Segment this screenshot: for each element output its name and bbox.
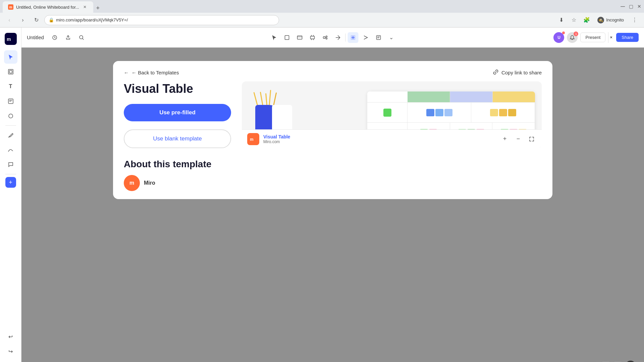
browser-titlebar: m Untitled, Online Whiteboard for... ✕ +… [0,0,644,13]
user-avatar[interactable]: U [553,32,564,43]
miro-top-bar: Untitled [21,27,644,48]
svg-rect-11 [311,36,315,39]
notification-count: 1 [574,32,578,36]
sticky-blue-1 [426,109,434,116]
topbar-tool9[interactable] [373,32,384,43]
reload-btn[interactable]: ↻ [31,15,42,25]
topbar-tool2[interactable] [282,32,292,43]
toolbar-comment-tool[interactable] [4,158,17,171]
forward-btn[interactable]: › [17,15,28,25]
present-btn[interactable]: Present [580,33,605,42]
back-to-templates-btn[interactable]: ← ← Back to Templates [124,70,179,75]
topbar-tool1[interactable] [269,32,280,43]
notifications-btn[interactable]: 1 [567,32,578,43]
copy-link-label: Copy link to share [501,70,542,75]
deco-illustration [249,88,285,129]
toolbar-select-tool[interactable] [4,50,17,64]
topbar-tool8[interactable] [361,32,371,43]
share-btn[interactable]: Share [616,33,639,42]
zoom-out-preview-btn[interactable]: − [514,134,523,144]
sticky-yellow-1 [490,109,498,116]
topbar-history-icon[interactable] [49,32,60,43]
sticky-blue-3 [444,109,452,116]
td-cell-2-3 [492,123,535,129]
topbar-more-tools[interactable]: ⌄ [386,32,397,43]
preview-info: Visual Table Miro.com [263,134,496,144]
maximize-btn[interactable]: ▢ [629,4,633,9]
toolbar-frames-tool[interactable] [4,65,17,78]
browser-chrome: m Untitled, Online Whiteboard for... ✕ +… [0,0,644,27]
modal-header: ← ← Back to Templates Copy link to share [113,61,552,81]
page-content: m T [0,27,644,362]
deco-white-card [272,105,292,129]
toolbar-divider-1 [5,125,16,126]
close-btn[interactable]: ✕ [637,4,641,9]
topbar-divider [345,34,346,42]
td-cell-2-1 [408,123,450,129]
topbar-tool6[interactable] [333,32,343,43]
sticky-green-single [383,109,391,117]
board-title[interactable]: Untitled [27,35,44,40]
toolbar-mini-map[interactable] [4,359,17,362]
about-title: About this template [124,159,542,170]
copy-link-btn[interactable]: Copy link to share [493,69,542,76]
toolbar-text-tool[interactable]: T [4,80,17,93]
topbar-tool7[interactable] [348,32,359,43]
toolbar-redo-btn[interactable]: ↪ [4,345,17,358]
modal-right-panel: m Visual Table Miro.com + − [242,81,542,148]
incognito-btn[interactable]: 🕵 Incognito [594,15,627,25]
tab-title: Untitled, Online Whiteboard for... [16,5,79,10]
new-tab-btn[interactable]: + [93,3,103,13]
active-tab[interactable]: m Untitled, Online Whiteboard for... ✕ [3,1,93,13]
preview-area [242,81,542,129]
modal-left-panel: Visual Table Use pre-filled Use blank te… [124,81,231,148]
svg-rect-9 [285,36,289,40]
address-bar[interactable]: 🔒 miro.com/app/board/uXjVMqk7V5Y=/ [44,15,279,25]
author-name: Miro [144,180,155,186]
sticky-lgreen-3 [500,129,508,130]
topbar-tool3[interactable] [294,32,305,43]
bookmark-icon[interactable]: ☆ [569,15,579,25]
miro-logo[interactable]: m [3,32,18,46]
svg-rect-16 [377,36,381,40]
tab-close-btn[interactable]: ✕ [82,4,88,10]
back-btn[interactable]: ‹ [4,15,15,25]
back-label: ← Back to Templates [131,70,179,75]
fullscreen-btn[interactable] [527,134,536,144]
sticky-pink-2 [476,129,484,130]
table-header-row [367,92,535,102]
topbar-share-icon[interactable] [63,32,73,43]
topbar-tool5[interactable] [320,32,331,43]
toolbar-draw-tool[interactable] [4,143,17,157]
td-cell-1-1 [408,103,471,122]
download-icon[interactable]: ⬇ [556,15,567,25]
extensions-icon[interactable]: 🧩 [581,15,592,25]
td-label-2 [367,123,408,129]
toolbar-shapes-tool[interactable] [4,109,17,123]
topbar-tool4[interactable] [307,32,318,43]
present-dropdown[interactable]: ✕ [608,32,613,43]
td-cell-1-2 [471,103,535,122]
sticky-lgreen-2 [458,129,466,130]
toolbar-pen-tool[interactable] [4,128,17,142]
template-title: Visual Table [124,81,231,96]
topbar-search-icon[interactable] [76,32,87,43]
sticky-yellow-row2 [519,129,527,130]
sticky-pink-1 [429,129,437,130]
toolbar-sticky-tool[interactable] [4,95,17,108]
zoom-in-preview-btn[interactable]: + [500,134,509,144]
toolbar-undo-btn[interactable]: ↩ [4,330,17,343]
sticky-blue-2 [435,109,443,116]
link-icon [493,69,499,76]
tab-favicon: m [8,4,13,10]
minimize-btn[interactable]: ─ [621,3,625,10]
svg-point-14 [326,38,327,39]
toolbar-add-btn[interactable]: + [5,177,16,188]
deco-blue-shape [255,105,282,129]
use-prefilled-btn[interactable]: Use pre-filled [124,104,231,121]
browser-toolbar: ‹ › ↻ 🔒 miro.com/app/board/uXjVMqk7V5Y=/… [0,13,644,27]
use-blank-btn[interactable]: Use blank template [124,129,231,148]
preview-footer: m Visual Table Miro.com + − [242,129,542,148]
sticky-yellow-2 [499,109,507,116]
menu-icon[interactable]: ⋮ [629,15,640,25]
